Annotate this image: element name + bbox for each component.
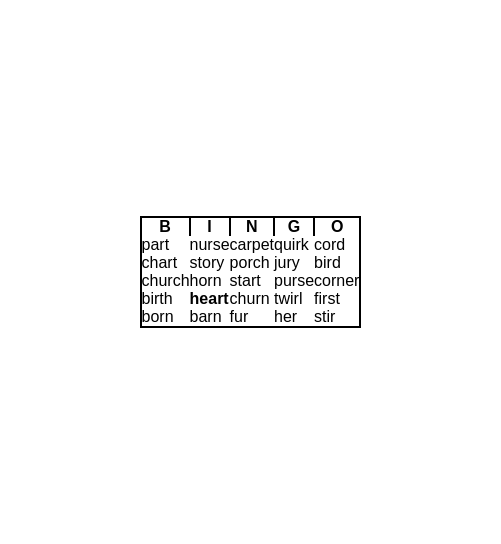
table-cell: first <box>314 290 360 308</box>
table-cell: fur <box>230 308 274 327</box>
table-row: churchhornstartpursecorner <box>141 272 361 290</box>
table-cell: born <box>141 308 190 327</box>
bingo-header-row: B I N G O <box>141 217 361 236</box>
table-cell: birth <box>141 290 190 308</box>
table-row: partnursecarpetquirkcord <box>141 236 361 254</box>
table-cell: nurse <box>190 236 230 254</box>
table-cell: carpet <box>230 236 274 254</box>
table-cell: part <box>141 236 190 254</box>
header-g: G <box>274 217 314 236</box>
bingo-card: B I N G O partnursecarpetquirkcordcharts… <box>140 216 362 328</box>
header-i: I <box>190 217 230 236</box>
table-cell: chart <box>141 254 190 272</box>
header-n: N <box>230 217 274 236</box>
table-cell: start <box>230 272 274 290</box>
table-cell: purse <box>274 272 314 290</box>
table-cell: story <box>190 254 230 272</box>
table-cell: horn <box>190 272 230 290</box>
table-cell: heart <box>190 290 230 308</box>
table-cell: quirk <box>274 236 314 254</box>
table-cell: jury <box>274 254 314 272</box>
table-row: birthheartchurntwirlfirst <box>141 290 361 308</box>
table-cell: her <box>274 308 314 327</box>
table-cell: church <box>141 272 190 290</box>
table-cell: barn <box>190 308 230 327</box>
table-cell: bird <box>314 254 360 272</box>
table-cell: churn <box>230 290 274 308</box>
table-cell: corner <box>314 272 360 290</box>
table-cell: cord <box>314 236 360 254</box>
table-cell: porch <box>230 254 274 272</box>
header-b: B <box>141 217 190 236</box>
table-cell: stir <box>314 308 360 327</box>
table-row: bornbarnfurherstir <box>141 308 361 327</box>
table-cell: twirl <box>274 290 314 308</box>
header-o: O <box>314 217 360 236</box>
table-row: chartstoryporchjurybird <box>141 254 361 272</box>
